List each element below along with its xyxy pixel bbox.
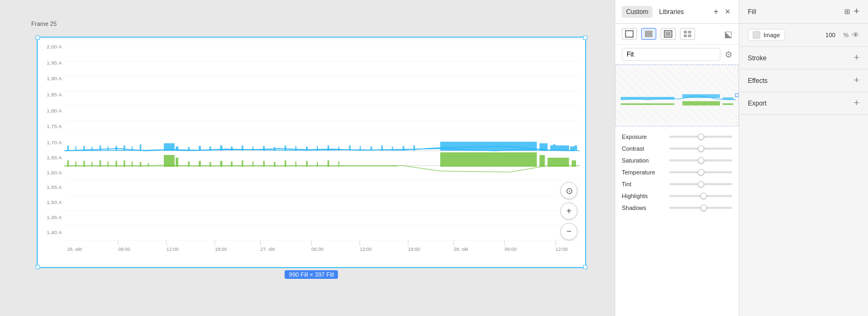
- dimension-tooltip: 990 Fill × 397 Fill: [284, 270, 338, 279]
- svg-text:1,95 A: 1,95 A: [47, 60, 63, 66]
- fit-type-icon[interactable]: [661, 28, 676, 40]
- contrast-label: Contrast: [622, 145, 665, 152]
- contrast-thumb[interactable]: [698, 145, 704, 152]
- svg-rect-88: [360, 146, 361, 151]
- tab-custom[interactable]: Custom: [622, 6, 652, 18]
- highlights-row: Highlights: [615, 190, 739, 202]
- zoom-in-button[interactable]: +: [560, 202, 578, 220]
- svg-rect-126: [665, 32, 671, 36]
- highlights-track[interactable]: [669, 195, 732, 197]
- sliders-section: Exposure Contrast Saturation Temperature…: [615, 127, 739, 316]
- fill-type-icon[interactable]: [641, 28, 656, 40]
- svg-rect-66: [115, 146, 117, 151]
- crop-adjust-icon[interactable]: ⬕: [724, 29, 732, 39]
- shadows-thumb[interactable]: [700, 205, 707, 211]
- close-icon[interactable]: ×: [723, 6, 732, 18]
- fill-visibility-toggle[interactable]: 👁: [852, 31, 859, 39]
- svg-text:18:00: 18:00: [408, 247, 420, 252]
- svg-text:12:00: 12:00: [166, 247, 178, 252]
- svg-rect-101: [574, 145, 577, 151]
- shadows-label: Shadows: [622, 205, 665, 211]
- svg-rect-128: [688, 31, 691, 33]
- svg-rect-49: [274, 162, 275, 167]
- svg-rect-62: [84, 146, 85, 151]
- crop-type-icon[interactable]: [622, 28, 637, 40]
- frame-label: Frame 25: [31, 20, 57, 27]
- svg-rect-38: [148, 163, 149, 167]
- highlights-thumb[interactable]: [700, 193, 707, 199]
- adjust-icon[interactable]: ⚙: [725, 50, 732, 60]
- svg-text:1,90 A: 1,90 A: [47, 75, 63, 81]
- temperature-thumb[interactable]: [698, 169, 704, 175]
- saturation-row: Saturation: [615, 155, 739, 166]
- tint-track[interactable]: [669, 183, 732, 185]
- svg-text:06:00: 06:00: [118, 247, 130, 252]
- panel-tab-icons: + ×: [711, 6, 732, 18]
- exposure-thumb[interactable]: [698, 134, 704, 140]
- grid-icon[interactable]: ⊞: [844, 8, 850, 16]
- tab-libraries[interactable]: Libraries: [655, 6, 688, 18]
- svg-rect-31: [92, 162, 93, 167]
- fill-type-label: Image: [763, 32, 780, 38]
- svg-rect-57: [539, 155, 545, 167]
- fill-row: Image 100 % 👁: [748, 24, 859, 46]
- highlights-label: Highlights: [622, 193, 665, 199]
- image-preview: [615, 65, 739, 127]
- prop-header: Fill ⊞ +: [739, 0, 868, 24]
- chart-svg: 2,00 A 1,95 A 1,90 A 1,85 A 1,80 A 1,75 …: [38, 38, 585, 267]
- fill-opacity-input[interactable]: 100: [821, 32, 840, 38]
- exposure-track[interactable]: [669, 136, 732, 138]
- saturation-thumb[interactable]: [698, 157, 704, 164]
- svg-rect-37: [140, 162, 141, 167]
- handle-bl[interactable]: [36, 265, 40, 269]
- temperature-track[interactable]: [669, 171, 732, 173]
- svg-rect-123: [626, 31, 633, 37]
- svg-rect-76: [231, 146, 233, 151]
- export-row: Export +: [748, 92, 859, 114]
- tint-row: Tint: [615, 178, 739, 190]
- svg-rect-139: [735, 94, 739, 97]
- svg-rect-63: [92, 147, 93, 151]
- prop-header-icons: ⊞ +: [844, 6, 859, 17]
- svg-rect-130: [688, 34, 691, 37]
- svg-rect-65: [107, 146, 108, 151]
- zoom-fit-button[interactable]: ⊙: [560, 182, 578, 199]
- prop-title: Fill: [748, 8, 756, 16]
- svg-text:2,00 A: 2,00 A: [47, 44, 63, 50]
- svg-text:1,65 A: 1,65 A: [47, 155, 63, 160]
- svg-text:1,70 A: 1,70 A: [47, 139, 63, 145]
- fill-type-badge[interactable]: Image: [748, 29, 785, 41]
- tint-label: Tint: [622, 181, 665, 187]
- temperature-label: Temperature: [622, 169, 665, 175]
- svg-text:1,55 A: 1,55 A: [47, 184, 63, 190]
- handle-tl[interactable]: [36, 36, 40, 40]
- handle-tr[interactable]: [583, 36, 587, 40]
- zoom-out-button[interactable]: −: [560, 223, 578, 240]
- svg-rect-43: [210, 162, 211, 167]
- svg-rect-58: [547, 158, 569, 167]
- add-icon[interactable]: +: [711, 6, 720, 18]
- shadows-track[interactable]: [669, 207, 732, 209]
- export-add-button[interactable]: +: [853, 97, 859, 109]
- contrast-track[interactable]: [669, 148, 732, 150]
- stroke-add-button[interactable]: +: [853, 52, 859, 64]
- tile-type-icon[interactable]: [680, 28, 695, 40]
- saturation-track[interactable]: [669, 159, 732, 161]
- handle-br[interactable]: [583, 265, 587, 269]
- exposure-label: Exposure: [622, 134, 665, 140]
- svg-text:06:00: 06:00: [311, 247, 323, 252]
- fit-select[interactable]: Fit Fill Crop Tile: [622, 48, 720, 61]
- tint-thumb[interactable]: [698, 181, 704, 187]
- svg-rect-56: [440, 152, 537, 167]
- effects-add-button[interactable]: +: [853, 75, 859, 86]
- svg-text:1,45 A: 1,45 A: [47, 214, 63, 220]
- svg-rect-136: [682, 94, 720, 98]
- add-property-icon[interactable]: +: [853, 6, 859, 17]
- svg-text:1,50 A: 1,50 A: [47, 199, 63, 205]
- svg-rect-127: [684, 31, 687, 33]
- stroke-row: Stroke +: [748, 47, 859, 69]
- saturation-label: Saturation: [622, 157, 665, 164]
- frame-container: 2,00 A 1,95 A 1,90 A 1,85 A 1,80 A 1,75 …: [37, 37, 586, 268]
- svg-rect-132: [621, 103, 675, 105]
- svg-text:1,80 A: 1,80 A: [47, 108, 63, 114]
